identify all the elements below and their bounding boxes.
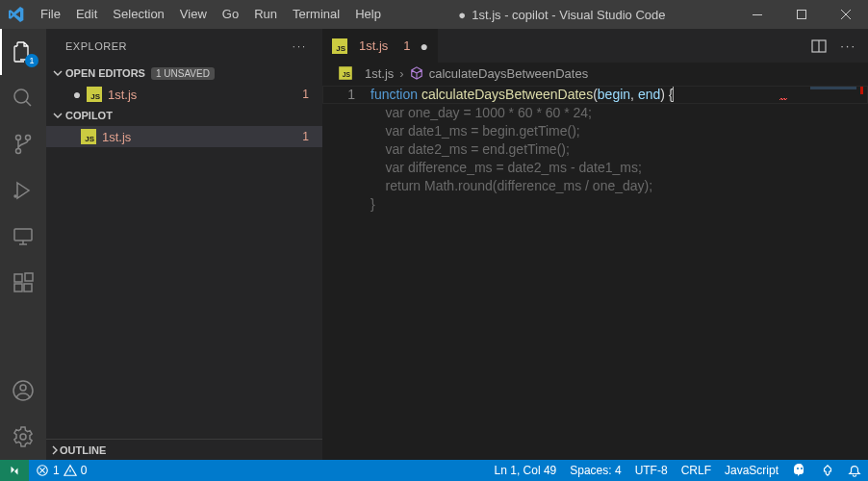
menu-view[interactable]: View [172, 0, 215, 29]
svg-point-13 [20, 385, 26, 391]
status-warnings-count: 0 [81, 464, 88, 477]
status-problems[interactable]: 1 0 [29, 460, 93, 481]
tab-problem-count: 1 [403, 38, 410, 53]
svg-rect-11 [25, 273, 33, 281]
breadcrumb[interactable]: JS 1st.js › calculateDaysBetweenDates [322, 63, 868, 84]
svg-rect-10 [24, 284, 32, 291]
menu-selection[interactable]: Selection [105, 0, 171, 29]
section-folder[interactable]: COPILOT [46, 105, 322, 126]
modified-dot-icon: ● [69, 87, 85, 102]
activity-run-debug-icon[interactable] [0, 167, 46, 214]
copilot-suggestion-line: var difference_ms = date2_ms - date1_ms; [370, 160, 642, 175]
status-encoding[interactable]: UTF-8 [628, 460, 675, 481]
js-file-icon: JS [87, 87, 102, 102]
problem-count: 1 [302, 88, 309, 101]
svg-rect-1 [798, 11, 806, 19]
status-notifications-icon[interactable] [841, 460, 868, 481]
sidebar-explorer: EXPLORER ··· OPEN EDITORS 1 UNSAVED ● JS… [46, 29, 322, 460]
copilot-suggestion-line: } [370, 196, 375, 212]
menu-terminal[interactable]: Terminal [285, 0, 347, 29]
status-indentation[interactable]: Spaces: 4 [563, 460, 627, 481]
chevron-down-icon [50, 111, 65, 120]
section-outline-label: OUTLINE [60, 444, 106, 456]
vscode-logo-icon [0, 7, 33, 22]
minimize-button[interactable] [735, 0, 779, 29]
svg-point-3 [26, 136, 31, 140]
svg-point-2 [14, 89, 28, 103]
open-editor-item[interactable]: ● JS 1st.js 1 [46, 84, 322, 105]
copilot-suggestion-line: var date2_ms = end.getTime(); [370, 141, 570, 157]
chevron-right-icon: › [399, 66, 403, 81]
sidebar-title-text: EXPLORER [65, 40, 127, 52]
activity-explorer-icon[interactable]: 1 [0, 29, 46, 75]
status-feedback-icon[interactable] [814, 460, 841, 481]
status-remote-icon[interactable] [0, 460, 29, 481]
section-outline[interactable]: OUTLINE [46, 439, 322, 460]
chevron-down-icon [50, 68, 65, 78]
close-button[interactable] [824, 0, 868, 29]
tab-actions: ··· [811, 29, 868, 63]
status-bar: 1 0 Ln 1, Col 49 Spaces: 4 UTF-8 CRLF Ja… [0, 460, 868, 481]
section-folder-label: COPILOT [65, 110, 113, 121]
unsaved-badge: 1 UNSAVED [151, 67, 215, 80]
activity-extensions-icon[interactable] [0, 260, 46, 306]
svg-rect-0 [753, 14, 762, 15]
maximize-button[interactable] [779, 0, 824, 29]
title-bar: File Edit Selection View Go Run Terminal… [0, 0, 868, 29]
menu-file[interactable]: File [33, 0, 68, 29]
line-number: 1 [322, 86, 355, 104]
open-editor-filename: 1st.js [108, 88, 137, 102]
minimap-error-marker [860, 87, 863, 94]
menu-bar: File Edit Selection View Go Run Terminal… [33, 0, 389, 29]
copilot-suggestion-line: var date1_ms = begin.getTime(); [370, 123, 580, 139]
menu-run[interactable]: Run [246, 0, 285, 29]
section-open-editors[interactable]: OPEN EDITORS 1 UNSAVED [46, 63, 322, 84]
sidebar-title: EXPLORER ··· [46, 29, 322, 63]
window-controls [735, 0, 868, 29]
explorer-badge: 1 [25, 54, 38, 67]
status-copilot-icon[interactable] [785, 460, 814, 481]
breadcrumb-symbol[interactable]: calculateDaysBetweenDates [429, 66, 588, 81]
section-open-editors-label: OPEN EDITORS [65, 67, 145, 79]
copilot-suggestion-line: return Math.round(difference_ms / one_da… [370, 178, 652, 193]
status-language[interactable]: JavaScript [718, 460, 785, 481]
problem-count: 1 [302, 130, 309, 143]
editor-more-icon[interactable]: ··· [840, 38, 856, 53]
tab-bar: JS 1st.js 1 ● ··· [322, 29, 868, 63]
activity-search-icon[interactable] [0, 75, 46, 121]
copilot-suggestion-line: var one_day = 1000 * 60 * 60 * 24; [370, 105, 592, 120]
error-squiggle [779, 98, 787, 100]
code-editor[interactable]: 1 function calculateDaysBetweenDates(beg… [322, 84, 868, 460]
svg-point-4 [16, 136, 21, 140]
folder-file-item[interactable]: JS 1st.js 1 [46, 126, 322, 147]
activity-accounts-icon[interactable] [0, 367, 46, 414]
tab-active[interactable]: JS 1st.js 1 ● [322, 29, 439, 63]
svg-point-6 [14, 195, 16, 197]
folder-filename: 1st.js [102, 130, 131, 144]
activity-remote-explorer-icon[interactable] [0, 214, 46, 260]
activity-bar: 1 [0, 29, 46, 460]
chevron-right-icon [50, 445, 60, 455]
window-title-text: 1st.js - copilot - Visual Studio Code [472, 8, 665, 22]
svg-rect-7 [14, 229, 32, 240]
sidebar-more-icon[interactable]: ··· [293, 40, 307, 52]
svg-point-5 [16, 149, 21, 154]
minimap[interactable] [801, 84, 868, 460]
status-cursor-position[interactable]: Ln 1, Col 49 [488, 460, 564, 481]
menu-help[interactable]: Help [347, 0, 389, 29]
editor-group: JS 1st.js 1 ● ··· JS 1st.js › calculateD… [322, 29, 868, 460]
svg-rect-8 [14, 274, 22, 282]
svg-rect-9 [14, 284, 22, 291]
status-errors-count: 1 [53, 464, 60, 477]
method-icon [410, 66, 423, 80]
code-content[interactable]: function calculateDaysBetweenDates(begin… [370, 84, 674, 460]
activity-source-control-icon[interactable] [0, 121, 46, 167]
line-number-gutter: 1 [322, 84, 370, 460]
menu-go[interactable]: Go [215, 0, 246, 29]
menu-edit[interactable]: Edit [68, 0, 105, 29]
status-eol[interactable]: CRLF [675, 460, 718, 481]
breadcrumb-file[interactable]: 1st.js [365, 66, 394, 81]
modified-dot-icon[interactable]: ● [421, 38, 428, 54]
activity-settings-icon[interactable] [0, 414, 46, 460]
split-editor-icon[interactable] [811, 38, 827, 54]
